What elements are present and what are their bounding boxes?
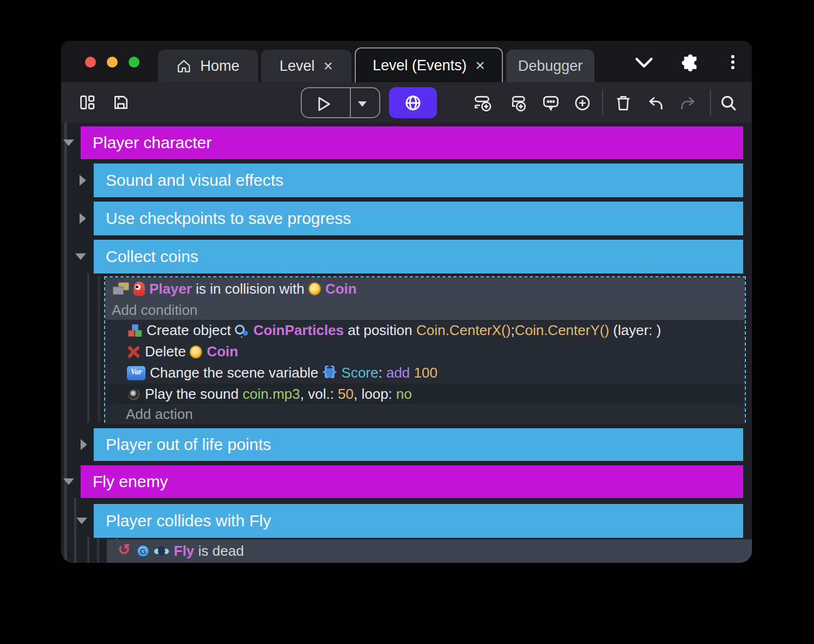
- event-row-checkpoints[interactable]: Use checkpoints to save progress: [94, 202, 743, 235]
- undo-icon[interactable]: [646, 94, 664, 111]
- collapse-arrow[interactable]: [76, 518, 87, 524]
- text-segment: Fly: [174, 543, 195, 560]
- tab-close-icon[interactable]: ×: [476, 57, 485, 74]
- fly-icon: [154, 545, 169, 557]
- window-minimize-button[interactable]: [107, 57, 118, 68]
- collision-icon: [113, 282, 129, 296]
- tab-debugger[interactable]: Debugger: [506, 50, 594, 82]
- text-segment: Change the scene variable: [150, 364, 323, 381]
- window-close-button[interactable]: [85, 57, 96, 68]
- divider: [602, 89, 603, 116]
- globe-icon: [404, 94, 422, 112]
- fly-event-block[interactable]: Fly is dead: [107, 539, 752, 563]
- event-label: Player out of life points: [106, 435, 271, 454]
- text-segment: :: [378, 364, 386, 381]
- text-segment: Score: [342, 364, 379, 381]
- tab-home[interactable]: Home: [158, 50, 258, 82]
- event-label: Sound and visual effects: [106, 171, 283, 190]
- indent-guide: [64, 123, 67, 563]
- text-segment: is in collision with: [192, 281, 308, 297]
- actions-zone: Create object CoinParticles at position …: [105, 320, 745, 424]
- events-sheet: Player character Sound and visual effect…: [61, 123, 752, 563]
- redo-icon[interactable]: [679, 94, 696, 111]
- collapse-arrow[interactable]: [80, 213, 86, 224]
- indent-guide: [97, 537, 99, 563]
- caret-down-icon[interactable]: [358, 101, 367, 107]
- player-icon: [133, 282, 145, 296]
- indent-guide: [87, 274, 89, 423]
- collapse-arrow[interactable]: [63, 478, 74, 485]
- tab-bar: Home Level × Level (Events) × Debugger: [61, 41, 752, 82]
- coin-icon: [308, 282, 321, 295]
- toolbar: [61, 82, 752, 123]
- action-create-object[interactable]: Create object CoinParticles at position …: [105, 320, 745, 341]
- text-segment: Coin.CenterY(): [515, 322, 609, 339]
- behavior-gear-icon: [136, 544, 150, 558]
- action-change-variable[interactable]: Change the scene variable Score: add 100: [105, 362, 745, 384]
- event-row-collect-coins[interactable]: Collect coins: [94, 240, 743, 274]
- add-event-icon[interactable]: [473, 94, 491, 111]
- action-delete-coin[interactable]: Delete Coin: [105, 341, 745, 362]
- divider: [350, 88, 351, 117]
- kebab-menu-icon[interactable]: [730, 53, 736, 71]
- variable-icon: [323, 366, 337, 380]
- tab-close-icon[interactable]: ×: [324, 58, 333, 74]
- event-label: Player collides with Fly: [106, 512, 271, 530]
- text-segment: Coin: [325, 281, 357, 297]
- add-subevent-icon[interactable]: [509, 94, 526, 111]
- coin-icon: [190, 345, 202, 359]
- selected-event-block[interactable]: Player is in collision with Coin Add con…: [104, 276, 746, 423]
- play-button[interactable]: [314, 95, 332, 113]
- event-row-sound-effects[interactable]: Sound and visual effects: [94, 163, 743, 197]
- collapse-arrow[interactable]: [81, 439, 87, 450]
- condition-line[interactable]: Player is in collision with Coin: [105, 277, 745, 300]
- tab-level-events[interactable]: Level (Events) ×: [355, 47, 503, 82]
- condition-line[interactable]: Fly is dead: [107, 539, 752, 563]
- text-segment: , loop:: [354, 386, 396, 403]
- group-label: Player character: [93, 133, 211, 152]
- text-segment: Create object: [147, 322, 235, 339]
- save-icon[interactable]: [112, 94, 130, 111]
- window-zoom-button[interactable]: [129, 57, 139, 68]
- chevron-down-icon[interactable]: [634, 57, 654, 68]
- text-segment: is dead: [195, 543, 244, 560]
- add-comment-icon[interactable]: [542, 94, 559, 111]
- project-manager-icon[interactable]: [78, 94, 96, 111]
- search-icon[interactable]: [719, 94, 737, 111]
- add-circle-icon[interactable]: [573, 94, 591, 111]
- text-segment: ;: [511, 322, 514, 339]
- text-segment: Coin.CenterX(): [416, 322, 511, 339]
- indent-guide: [87, 537, 89, 563]
- text-segment: add: [386, 364, 414, 381]
- cubes-icon: [127, 324, 142, 338]
- text-segment: (layer: ): [609, 322, 661, 339]
- text-segment: Coin: [206, 343, 238, 360]
- collapse-arrow[interactable]: [80, 175, 86, 186]
- collapse-arrow[interactable]: [63, 139, 74, 146]
- indent-guide: [74, 498, 76, 563]
- text-segment: 100: [414, 364, 438, 381]
- trash-icon[interactable]: [614, 94, 631, 111]
- sound-icon: [127, 387, 141, 401]
- action-play-sound[interactable]: Play the sound coin.mp3, vol.: 50, loop:…: [105, 384, 745, 405]
- extensions-puzzle-icon[interactable]: [681, 53, 700, 71]
- tab-label: Debugger: [518, 58, 583, 75]
- var-icon: [127, 366, 145, 380]
- tab-label: Level (Events): [373, 57, 467, 74]
- play-button-group: [301, 87, 380, 118]
- add-action-link[interactable]: Add action: [105, 405, 745, 424]
- divider: [710, 89, 711, 116]
- event-row-out-of-life[interactable]: Player out of life points: [94, 428, 743, 461]
- tab-label: Level: [280, 58, 315, 75]
- add-condition-link[interactable]: Add condition: [105, 300, 745, 320]
- text-segment: Play the sound: [145, 386, 242, 403]
- event-label: Collect coins: [106, 247, 198, 266]
- group-row-fly-enemy[interactable]: Fly enemy: [81, 465, 743, 498]
- event-row-player-collides-fly[interactable]: Player collides with Fly: [94, 504, 743, 538]
- preview-over-network-button[interactable]: [389, 87, 437, 118]
- tab-level[interactable]: Level ×: [261, 50, 351, 82]
- group-row-player-character[interactable]: Player character: [81, 126, 743, 159]
- tab-label: Home: [200, 58, 239, 75]
- collapse-arrow[interactable]: [75, 253, 86, 260]
- refresh-arrows-icon: [118, 544, 132, 559]
